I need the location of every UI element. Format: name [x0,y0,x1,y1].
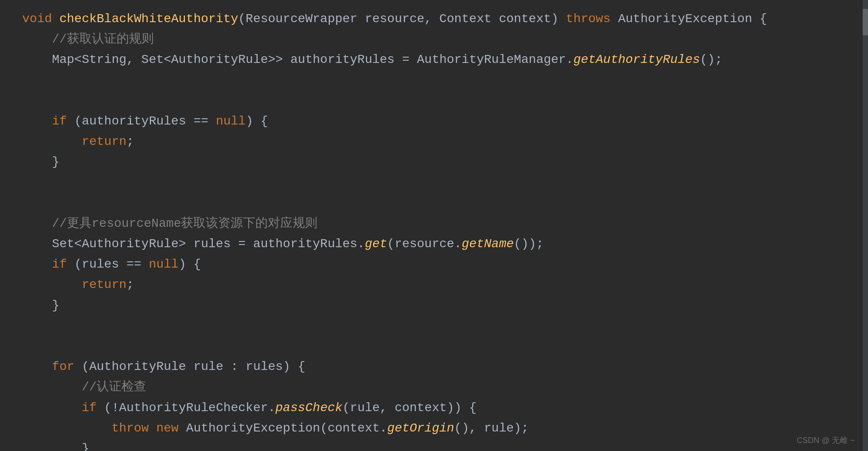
code-token: null [149,257,179,271]
code-token: (); [700,53,722,66]
code-token: if [52,257,74,271]
code-token: getOrigin [387,421,454,435]
code-token [22,257,52,271]
code-line: //认证检查 [22,377,846,397]
code-token: new [156,421,186,435]
code-token: throws [566,12,618,26]
code-token: ) { [179,257,201,271]
code-content: void checkBlackWhiteAuthority(ResourceWr… [0,4,868,451]
code-line: Set<AuthorityRule> rules = authorityRule… [22,234,846,254]
code-line [22,336,846,357]
code-token: return [82,135,126,148]
code-token: (rules == [74,257,149,271]
code-token: Set<AuthorityRule> rules = authorityRule… [22,237,365,251]
code-token: (), rule); [454,421,529,435]
code-token: ; [126,135,134,148]
code-line: if (rules == null) { [22,254,846,275]
code-token: } [22,442,89,451]
code-line: //获取认证的规则 [22,29,846,50]
code-token [22,401,82,415]
code-line: } [22,439,846,451]
code-token: (authorityRules == [74,114,216,128]
code-token: checkBlackWhiteAuthority [59,12,238,26]
code-line: //更具resourceName获取该资源下的对应规则 [22,214,846,234]
code-token: passCheck [275,401,342,415]
code-token: Map<String, Set<AuthorityRule>> authorit… [22,53,573,66]
code-token: (AuthorityRule rule : rules) { [82,360,305,373]
code-token: ) { [246,114,268,128]
code-line: } [22,295,846,316]
code-token: //获取认证的规则 [22,32,154,46]
code-line: throw new AuthorityException(context.get… [22,418,846,439]
code-token: getAuthorityRules [573,53,700,66]
code-token [22,278,82,292]
code-token: get [365,237,387,251]
scrollbar-thumb[interactable] [863,9,868,35]
code-token: return [82,278,126,292]
code-editor: void checkBlackWhiteAuthority(ResourceWr… [0,0,868,451]
code-token: ; [126,278,134,292]
code-line: if (authorityRules == null) { [22,111,846,132]
watermark-text: CSDN @ 无雌 ~ [797,435,855,446]
code-token [22,114,52,128]
code-token: AuthorityException { [618,12,767,26]
code-token: //认证检查 [22,380,146,394]
code-line: for (AuthorityRule rule : rules) { [22,357,846,377]
code-line [22,70,846,91]
code-token: (!AuthorityRuleChecker. [104,401,275,415]
code-token: (resource. [387,237,461,251]
code-token: void [22,12,59,26]
code-token: null [216,114,246,128]
code-line: if (!AuthorityRuleChecker.passCheck(rule… [22,398,846,418]
code-token: AuthorityException(context. [186,421,387,435]
code-line: Map<String, Set<AuthorityRule>> authorit… [22,50,846,70]
code-token [22,421,112,435]
code-token: if [52,114,74,128]
code-line: void checkBlackWhiteAuthority(ResourceWr… [22,9,846,29]
code-token: //更具resourceName获取该资源下的对应规则 [22,217,317,230]
code-line: } [22,152,846,172]
code-line: return; [22,132,846,152]
code-line [22,91,846,111]
code-token: getName [461,237,514,251]
code-token: if [82,401,104,415]
code-token: (rule, context)) { [343,401,477,415]
code-token: (ResourceWrapper resource, Context conte… [238,12,566,26]
code-line [22,173,846,193]
code-token: throw [112,421,156,435]
code-token: } [22,299,59,312]
code-token: ()); [514,237,543,251]
code-token: for [52,360,82,373]
code-line [22,316,846,336]
code-token [22,360,52,373]
code-token [22,135,82,148]
code-token: } [22,155,59,169]
code-line [22,193,846,214]
code-line: return; [22,275,846,295]
scrollbar[interactable] [863,0,868,451]
